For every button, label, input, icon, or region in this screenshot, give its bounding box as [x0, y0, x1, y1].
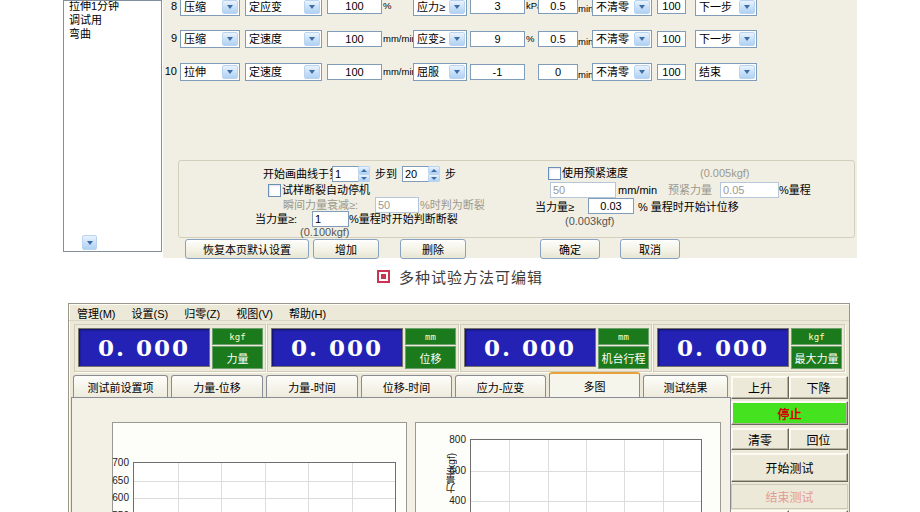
tab-force-time[interactable]: 力量-时间 [266, 375, 358, 397]
mode-select[interactable]: 定速度 [245, 63, 322, 81]
force-hint: (0.100kgf) [300, 226, 350, 239]
hold-time-input[interactable] [538, 0, 578, 14]
display-crosshead: 0. 000 mm 机台行程 [460, 324, 652, 372]
tab-stress-strain[interactable]: 应力-应变 [455, 375, 546, 397]
menu-manage[interactable]: 管理(M) [77, 305, 116, 321]
condition-value-input[interactable] [470, 31, 525, 47]
menu-view[interactable]: 视图(V) [236, 305, 273, 321]
chevron-down-icon [634, 0, 650, 14]
condition-value-input[interactable] [470, 0, 525, 14]
y-tick-label: 400 [430, 495, 466, 506]
action-select[interactable]: 拉伸 [180, 63, 240, 81]
stop-button[interactable]: 停止 [731, 401, 848, 425]
up-button[interactable]: 上升 [731, 376, 789, 399]
gridline [221, 463, 222, 512]
chevron-down-icon [304, 65, 320, 79]
next-step-select[interactable]: 结束 [695, 63, 757, 81]
curve-to-stepper[interactable] [428, 166, 440, 182]
row-number: 10 [163, 63, 177, 79]
max-force-unit: kgf [791, 328, 842, 345]
value-input[interactable] [327, 64, 382, 80]
condition-select[interactable]: 应变≥ [413, 30, 467, 48]
curve-to-input[interactable] [402, 166, 430, 182]
chevron-down-icon [739, 65, 755, 79]
mode-select-value: 定应变 [246, 0, 304, 14]
mode-select[interactable]: 定应变 [245, 0, 322, 16]
curve-from-stepper[interactable] [358, 166, 370, 182]
action-select[interactable]: 压缩 [180, 30, 240, 48]
list-item[interactable]: 拉伸1分钟 [64, 0, 161, 13]
chevron-down-icon [222, 0, 238, 14]
delete-button[interactable]: 删除 [400, 239, 466, 259]
force-input[interactable] [312, 211, 349, 227]
control-window: 管理(M) 设置(S) 归零(Z) 视图(V) 帮助(H) 0. 000 kgf… [68, 303, 850, 512]
y-tick-label: 800 [430, 434, 466, 445]
range-input[interactable] [657, 31, 686, 47]
pretension-force-label: 预紧力量 [668, 184, 712, 197]
condition-value-input[interactable] [470, 64, 525, 80]
chart-plot-area: 800600400 [470, 439, 702, 512]
tab-multi-chart[interactable]: 多图 [549, 372, 640, 397]
curve-from-input[interactable] [332, 166, 360, 182]
mode-select[interactable]: 定速度 [245, 30, 322, 48]
next-step-select[interactable]: 下一步 [695, 30, 757, 48]
gridline [624, 440, 625, 512]
tab-pretest-settings[interactable]: 测试前设置项 [73, 375, 168, 397]
menu-help[interactable]: 帮助(H) [289, 305, 326, 321]
clear-mode-select[interactable]: 不清零 [592, 63, 652, 81]
menu-zero[interactable]: 归零(Z) [184, 305, 220, 321]
end-test-button[interactable]: 结束测试 [731, 484, 848, 509]
down-button[interactable]: 下降 [789, 376, 848, 399]
chevron-down-icon [634, 65, 650, 79]
chevron-down-icon [304, 32, 320, 46]
action-select[interactable]: 压缩 [180, 0, 240, 16]
method-listbox[interactable]: 拉伸1分钟 调试用 弯曲 [63, 0, 162, 252]
zero-button[interactable]: 清零 [731, 428, 789, 450]
gridline [308, 463, 309, 512]
add-button[interactable]: 增加 [313, 239, 379, 259]
next-step-value: 下一步 [696, 32, 739, 46]
gridline [663, 440, 664, 512]
y-tick-label: 700 [93, 457, 129, 468]
caption: 多种试验方法可编辑 [0, 266, 920, 287]
value-input[interactable] [327, 31, 382, 47]
crosshead-unit: mm [598, 328, 649, 345]
list-item[interactable]: 调试用 [64, 13, 161, 27]
chevron-down-icon [449, 65, 465, 79]
tab-force-displacement[interactable]: 力量-位移 [171, 375, 263, 397]
tab-displacement-time[interactable]: 位移-时间 [361, 375, 452, 397]
clear-mode-select[interactable]: 不清零 [592, 0, 652, 16]
gridline [586, 440, 587, 512]
menu-settings[interactable]: 设置(S) [132, 305, 169, 321]
action-select-value: 压缩 [181, 32, 222, 46]
decay-input[interactable] [375, 197, 419, 213]
tab-test-results[interactable]: 测试结果 [643, 375, 728, 397]
displacement-unit: mm [405, 328, 456, 345]
range-input[interactable] [657, 0, 686, 14]
display-max-force: 0. 000 kgf 最大力量 [653, 324, 845, 372]
gridline [178, 463, 179, 512]
return-button[interactable]: 回位 [789, 428, 848, 450]
next-step-select[interactable]: 下一步 [695, 0, 757, 16]
hold-time-input[interactable] [538, 64, 578, 80]
gridline [352, 463, 353, 512]
range-input[interactable] [657, 64, 686, 80]
value-input[interactable] [327, 0, 382, 14]
pretension-force-input[interactable] [720, 182, 779, 198]
displacement-input[interactable] [588, 198, 634, 214]
ok-button[interactable]: 确定 [540, 239, 600, 259]
scroll-down-button[interactable] [82, 235, 97, 250]
break-stop-checkbox[interactable] [268, 184, 281, 197]
clear-mode-select[interactable]: 不清零 [592, 30, 652, 48]
condition-select[interactable]: 应力≥ [413, 0, 467, 16]
condition-select[interactable]: 屈服 [413, 63, 467, 81]
chevron-down-icon [222, 65, 238, 79]
list-item[interactable]: 弯曲 [64, 27, 161, 41]
restore-defaults-button[interactable]: 恢复本页默认设置 [185, 239, 309, 259]
pretension-speed-input[interactable] [550, 182, 616, 198]
hold-time-input[interactable] [538, 31, 578, 47]
start-test-button[interactable]: 开始测试 [731, 453, 848, 482]
pretension-checkbox[interactable] [548, 167, 561, 180]
cancel-button[interactable]: 取消 [620, 239, 680, 259]
crosshead-readout: 0. 000 [464, 328, 596, 367]
